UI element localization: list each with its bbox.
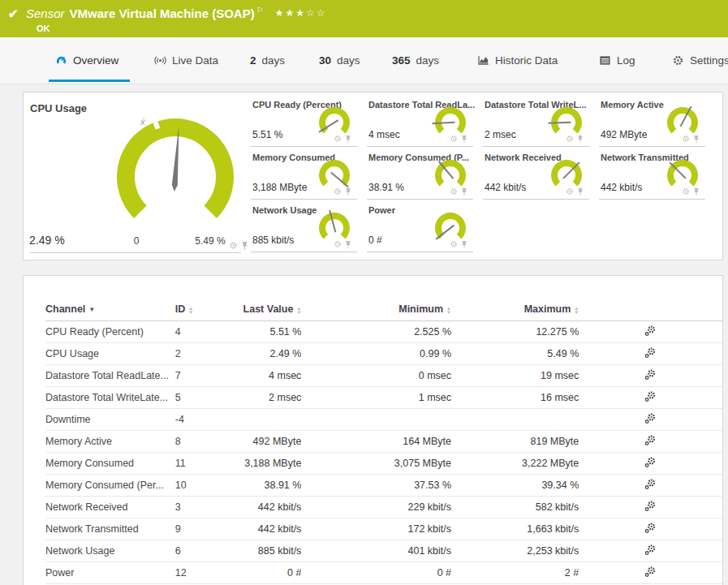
tab-log[interactable]: Log bbox=[599, 37, 635, 84]
channel-id: 6 bbox=[175, 540, 243, 561]
column-header-id[interactable]: ID▲▼ bbox=[175, 299, 243, 320]
channel-minimum: 0 # bbox=[301, 561, 451, 583]
gauge-pin-icon[interactable] bbox=[576, 187, 584, 197]
gauge-settings-gear-icon[interactable] bbox=[229, 241, 238, 250]
tab-label: days bbox=[337, 54, 360, 67]
channel-minimum: 229 kbit/s bbox=[301, 496, 451, 518]
gauge-pin-icon[interactable] bbox=[344, 135, 352, 144]
channel-settings-icon[interactable] bbox=[644, 325, 657, 337]
channels-table: Channel▼ ID▲▼ Last Value▲▼ Minimum▲▼ Max… bbox=[45, 299, 722, 584]
gauge-settings-gear-icon[interactable] bbox=[450, 187, 458, 196]
gauge-value: 2 msec bbox=[485, 129, 516, 140]
channel-settings-icon[interactable] bbox=[644, 500, 657, 512]
cpu-usage-gauge: CPU Usage x̄ 2.49 % 0 5.49 % bbox=[24, 92, 251, 260]
channel-settings-icon[interactable] bbox=[644, 478, 657, 490]
column-header-maximum[interactable]: Maximum▲▼ bbox=[451, 299, 579, 320]
gauge-pin-icon[interactable] bbox=[576, 135, 584, 144]
table-row[interactable]: Memory Consumed 11 3,188 MByte 3,075 MBy… bbox=[45, 452, 722, 474]
table-header-row: Channel▼ ID▲▼ Last Value▲▼ Minimum▲▼ Max… bbox=[45, 299, 722, 320]
gauge-settings-gear-icon[interactable] bbox=[334, 135, 342, 143]
table-row[interactable]: Datastore Total ReadLate... 7 4 msec 0 m… bbox=[45, 364, 722, 386]
channel-last-value: 4 msec bbox=[243, 364, 302, 386]
gauge-title: Memory Active bbox=[601, 100, 664, 110]
gauge-pin-icon[interactable] bbox=[460, 187, 468, 197]
tab-number: 30 bbox=[319, 54, 331, 67]
gauge-datastore-read: Datastore Total ReadLa... 4 msec bbox=[367, 94, 473, 147]
column-header-last-value[interactable]: Last Value▲▼ bbox=[243, 299, 302, 320]
tab-number: 2 bbox=[250, 54, 256, 67]
gauge-value: 5.51 % bbox=[252, 129, 282, 140]
priority-flag-icon[interactable]: ⚐ bbox=[256, 6, 264, 15]
sensor-title: VMware Virtual Machine (SOAP) bbox=[70, 6, 255, 20]
gauge-pin-icon[interactable] bbox=[344, 240, 352, 250]
gauge-pin-icon[interactable] bbox=[692, 187, 700, 197]
sort-icon: ▲▼ bbox=[188, 307, 193, 315]
channel-id: 3 bbox=[175, 496, 243, 518]
channel-settings-icon[interactable] bbox=[644, 566, 657, 578]
gauge-pin-icon[interactable] bbox=[240, 241, 249, 252]
sensor-status-badge: OK bbox=[37, 24, 50, 33]
table-row[interactable]: Memory Consumed (Per... 10 38.91 % 37.53… bbox=[45, 474, 722, 496]
channel-last-value: 38.91 % bbox=[243, 474, 302, 496]
channel-settings-icon[interactable] bbox=[644, 390, 657, 402]
gauge-needle bbox=[549, 123, 571, 123]
table-row[interactable]: CPU Ready (Percent) 4 5.51 % 2.525 % 12.… bbox=[45, 320, 722, 342]
table-row[interactable]: Network Received 3 442 kbit/s 229 kbit/s… bbox=[45, 496, 722, 518]
table-row[interactable]: Network Transmitted 9 442 kbit/s 172 kbi… bbox=[45, 518, 722, 540]
channel-id: 10 bbox=[175, 474, 243, 496]
sort-icon: ▲▼ bbox=[296, 307, 301, 315]
channel-maximum: 1,663 kbit/s bbox=[451, 518, 579, 540]
tab-2-days[interactable]: 2 days bbox=[250, 37, 285, 84]
channel-maximum: 2,253 kbit/s bbox=[451, 540, 579, 561]
channel-minimum: 164 MByte bbox=[301, 430, 451, 452]
tab-365-days[interactable]: 365 days bbox=[392, 37, 439, 84]
channel-settings-icon[interactable] bbox=[644, 544, 657, 556]
gauge-settings-gear-icon[interactable] bbox=[682, 187, 690, 196]
priority-stars[interactable]: ★★★☆☆ bbox=[275, 7, 327, 19]
channel-settings-icon[interactable] bbox=[644, 434, 657, 446]
table-row[interactable]: Network Usage 6 885 kbit/s 401 kbit/s 2,… bbox=[45, 540, 722, 561]
gauge-settings-gear-icon[interactable] bbox=[334, 240, 342, 248]
tab-live-data[interactable]: Live Data bbox=[154, 37, 218, 84]
table-row[interactable]: Downtime -4 bbox=[45, 408, 722, 430]
channel-settings-icon[interactable] bbox=[644, 522, 657, 534]
table-row[interactable]: Memory Active 8 492 MByte 164 MByte 819 … bbox=[45, 430, 722, 452]
column-header-minimum[interactable]: Minimum▲▼ bbox=[301, 299, 451, 320]
gauge-pin-icon[interactable] bbox=[344, 187, 352, 197]
gauge-settings-gear-icon[interactable] bbox=[566, 135, 574, 143]
channel-maximum: 19 msec bbox=[451, 364, 579, 386]
column-header-channel[interactable]: Channel▼ bbox=[45, 299, 175, 320]
channel-id: -4 bbox=[175, 408, 243, 430]
gauge-settings-gear-icon[interactable] bbox=[450, 135, 458, 143]
status-ok-check-icon: ✔ bbox=[8, 6, 19, 21]
gauge-settings-gear-icon[interactable] bbox=[566, 187, 574, 196]
table-row[interactable]: CPU Usage 2 2.49 % 0.99 % 5.49 % bbox=[45, 342, 722, 364]
tab-30-days[interactable]: 30 days bbox=[319, 37, 360, 84]
gauge-power: Power 0 # bbox=[367, 200, 473, 252]
gauge-title: Power bbox=[368, 205, 395, 215]
tab-label: Live Data bbox=[172, 54, 218, 67]
gauge-pin-icon[interactable] bbox=[460, 240, 468, 250]
channel-settings-icon[interactable] bbox=[644, 412, 657, 424]
channel-name: Datastore Total ReadLate... bbox=[45, 364, 175, 386]
tab-overview[interactable]: Overview bbox=[55, 37, 118, 84]
gauge-settings-gear-icon[interactable] bbox=[450, 240, 458, 248]
channel-settings-icon[interactable] bbox=[644, 346, 657, 359]
channel-maximum: 2 # bbox=[451, 561, 579, 583]
gauge-settings-gear-icon[interactable] bbox=[682, 135, 690, 143]
sensor-label: Sensor bbox=[26, 6, 65, 20]
log-icon bbox=[599, 54, 611, 67]
table-row[interactable]: Datastore Total WriteLate... 5 2 msec 1 … bbox=[45, 386, 722, 408]
gauge-pin-icon[interactable] bbox=[692, 135, 700, 144]
channel-name: CPU Ready (Percent) bbox=[45, 320, 175, 342]
gauge-pin-icon[interactable] bbox=[460, 135, 468, 144]
channel-last-value: 5.51 % bbox=[243, 320, 302, 342]
channel-settings-icon[interactable] bbox=[644, 368, 657, 381]
tab-settings[interactable]: Settings bbox=[672, 37, 728, 84]
gauge-settings-gear-icon[interactable] bbox=[334, 187, 342, 196]
channels-panel: Channel▼ ID▲▼ Last Value▲▼ Minimum▲▼ Max… bbox=[23, 275, 723, 585]
channel-settings-icon[interactable] bbox=[644, 456, 657, 468]
tab-historic-data[interactable]: Historic Data bbox=[477, 37, 558, 84]
table-row[interactable]: Power 12 0 # 0 # 2 # bbox=[45, 561, 722, 583]
channel-last-value: 442 kbit/s bbox=[243, 518, 302, 540]
